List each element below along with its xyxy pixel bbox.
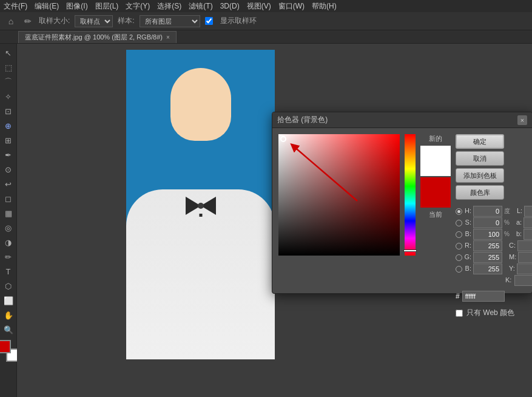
color-picker-dialog: 拾色器 (背景色) × (272, 112, 532, 294)
selection-tool[interactable]: ⬚ (2, 61, 15, 74)
l-input[interactable] (524, 206, 532, 217)
dialog-title: 拾色器 (背景色) (277, 115, 328, 125)
cancel-button[interactable]: 取消 (456, 151, 504, 166)
hue-slider[interactable] (405, 134, 416, 256)
photo-face (170, 68, 231, 141)
text-tool[interactable]: T (2, 265, 15, 278)
b-input[interactable] (473, 229, 502, 240)
r-radio[interactable] (456, 243, 462, 249)
l-label: L: (517, 206, 522, 217)
history-brush-tool[interactable]: ↩ (2, 177, 15, 191)
confirm-button[interactable]: 确定 (456, 134, 504, 149)
tab-bar: 蓝底证件照素材.jpg @ 100% (图层 2, RGB/8#) × (0, 30, 532, 44)
h-input[interactable] (473, 206, 502, 217)
path-tool[interactable]: ⬡ (2, 279, 15, 293)
g-radio[interactable] (456, 254, 462, 261)
eraser-tool[interactable]: ◻ (2, 192, 15, 205)
color-library-button[interactable]: 颜色库 (456, 185, 504, 200)
menu-item-3d[interactable]: 3D(D) (220, 2, 240, 10)
hue-slider-track[interactable] (405, 134, 416, 256)
blur-tool[interactable]: ◎ (2, 221, 15, 234)
g-row: G: M: % (456, 252, 532, 263)
tool-size-label: 取样大小: (39, 16, 70, 26)
b-label-hsb: B: (464, 229, 471, 240)
g-input[interactable] (473, 252, 502, 263)
dialog-close-button[interactable]: × (517, 115, 527, 125)
menu-item-image[interactable]: 图像(I) (66, 1, 87, 12)
eyedropper-icon[interactable]: ✏ (22, 15, 34, 27)
sample-ring-label: 显示取样环 (220, 16, 257, 26)
menu-item-select[interactable]: 选择(S) (157, 1, 181, 12)
s-radio[interactable] (456, 220, 462, 226)
canvas-area: 拾色器 (背景色) × (17, 44, 532, 397)
hex-input[interactable] (462, 291, 505, 302)
a-input[interactable] (524, 217, 532, 228)
clone-tool[interactable]: ⊙ (2, 163, 15, 176)
shape-tool[interactable]: ⬜ (2, 294, 15, 307)
menu-item-layer[interactable]: 图层(L) (95, 1, 119, 12)
toolbar: ⌂ ✏ 取样大小: 取样点 样本: 所有图层 显示取样环 (0, 12, 532, 30)
h-row: H: 度 L: (456, 206, 532, 217)
dialog-buttons: 确定 取消 添加到色板 颜色库 (456, 134, 532, 200)
h-label: H: (464, 206, 471, 217)
main-area: ↖ ⬚ ⌒ ✧ ⊡ ⊕ ⊞ ✒ ⊙ ↩ ◻ ▦ ◎ ◑ ✏ T ⬡ ⬜ ✋ 🔍 (0, 44, 532, 397)
b-unit: % (504, 229, 510, 239)
b-radio[interactable] (456, 231, 462, 238)
zoom-tool[interactable]: 🔍 (2, 323, 15, 336)
eyedropper-tool[interactable]: ⊕ (2, 119, 15, 132)
y-input[interactable] (517, 263, 532, 274)
canvas-photo (126, 50, 275, 359)
c-input[interactable] (517, 240, 532, 251)
foreground-color-box[interactable] (0, 340, 11, 353)
y-label: Y: (509, 263, 515, 274)
brush-tool[interactable]: ✒ (2, 148, 15, 161)
k-input[interactable] (514, 275, 532, 286)
hex-row: # (456, 291, 532, 302)
dialog-body: 新的 当前 确定 取消 添加到色板 颜色库 (272, 128, 532, 293)
magic-wand-tool[interactable]: ✧ (2, 90, 15, 103)
r-input[interactable] (473, 240, 502, 251)
menu-item-view[interactable]: 视图(V) (247, 1, 271, 12)
home-icon[interactable]: ⌂ (5, 15, 17, 27)
color-gradient-picker[interactable] (278, 134, 400, 256)
menu-item-edit[interactable]: 编辑(E) (35, 1, 59, 12)
lasso-tool[interactable]: ⌒ (2, 75, 15, 89)
move-tool[interactable]: ↖ (2, 46, 15, 59)
b2-input[interactable] (473, 263, 502, 274)
h-radio[interactable] (456, 208, 462, 215)
s-input[interactable] (473, 217, 502, 228)
menu-item-filter[interactable]: 滤镜(T) (189, 1, 212, 12)
sample-ring-checkbox[interactable] (205, 17, 213, 25)
m-label: M: (509, 252, 516, 263)
c-label: C: (509, 240, 516, 251)
dialog-right-panel: 确定 取消 添加到色板 颜色库 H: 度 L: (456, 134, 532, 287)
web-color-checkbox[interactable] (456, 310, 463, 317)
gradient-tool[interactable]: ▦ (2, 206, 15, 220)
tool-size-select[interactable]: 取样点 (75, 15, 113, 27)
m-input[interactable] (518, 252, 532, 263)
dodge-tool[interactable]: ◑ (2, 236, 15, 249)
b-row: B: % b: (456, 229, 532, 240)
pen-tool[interactable]: ✏ (2, 250, 15, 263)
menu-bar: 文件(F) 编辑(E) 图像(I) 图层(L) 文字(Y) 选择(S) 滤镜(T… (0, 0, 532, 12)
hand-tool[interactable]: ✋ (2, 308, 15, 322)
menu-item-window[interactable]: 窗口(W) (278, 1, 305, 12)
document-tab[interactable]: 蓝底证件照素材.jpg @ 100% (图层 2, RGB/8#) × (18, 31, 177, 43)
dialog-title-bar: 拾色器 (背景色) × (272, 112, 532, 128)
add-to-swatches-button[interactable]: 添加到色板 (456, 168, 504, 183)
hex-label: # (456, 292, 460, 300)
photo-shirt (126, 189, 275, 359)
sample-select[interactable]: 所有图层 (140, 15, 200, 27)
crop-tool[interactable]: ⊡ (2, 104, 15, 118)
gradient-field[interactable] (278, 134, 400, 256)
menu-item-help[interactable]: 帮助(H) (312, 1, 337, 12)
menu-item-file[interactable]: 文件(F) (4, 1, 27, 12)
s-label: S: (464, 217, 471, 228)
tab-close-button[interactable]: × (166, 34, 170, 41)
menu-item-text[interactable]: 文字(Y) (126, 1, 150, 12)
b3-input[interactable] (524, 229, 532, 240)
b2-row: B: Y: % (456, 263, 532, 274)
heal-tool[interactable]: ⊞ (2, 134, 15, 147)
b3-label: b: (516, 229, 522, 240)
b2-radio[interactable] (456, 266, 462, 273)
